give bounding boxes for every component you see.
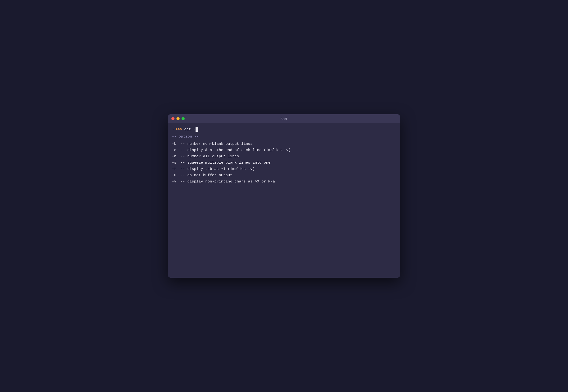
terminal-body[interactable]: ~ >>> cat - -- option -- -b -- number no… (168, 123, 400, 278)
option-description: -- display non-printing chars as ^X or M… (180, 179, 275, 184)
option-header: -- option -- (172, 134, 396, 140)
list-item: -t -- display tab as ^I (implies -v) (172, 166, 396, 172)
option-description: -- display $ at the end of each line (im… (180, 147, 291, 153)
option-flag: -n (172, 154, 180, 159)
option-flag: -v (172, 179, 180, 184)
command-text: cat - (184, 126, 195, 132)
titlebar: Shell (168, 114, 400, 123)
list-item: -n -- number all output lines (172, 154, 396, 159)
list-item: -b -- number non-blank output lines (172, 141, 396, 147)
list-item: -v -- display non-printing chars as ^X o… (172, 179, 396, 184)
option-description: -- number non-blank output lines (180, 141, 253, 147)
list-item: -s -- squeeze multiple blank lines into … (172, 160, 396, 166)
close-button[interactable] (171, 117, 175, 120)
option-description: -- number all output lines (180, 154, 239, 159)
window-title: Shell (281, 117, 288, 121)
list-item: -u -- do not buffer output (172, 172, 396, 178)
option-flag: -u (172, 172, 180, 178)
option-flag: -s (172, 160, 180, 166)
terminal-window: Shell ~ >>> cat - -- option -- -b -- num… (168, 114, 400, 278)
list-item: -e -- display $ at the end of each line … (172, 147, 396, 153)
chevrons-symbol: >>> (176, 126, 182, 132)
terminal-cursor (195, 127, 198, 132)
minimize-button[interactable] (177, 117, 180, 120)
option-flag: -b (172, 141, 180, 147)
maximize-button[interactable] (181, 117, 185, 120)
option-description: -- squeeze multiple blank lines into one (180, 160, 270, 166)
prompt-line: ~ >>> cat - (172, 126, 396, 132)
option-description: -- do not buffer output (180, 172, 232, 178)
option-description: -- display tab as ^I (implies -v) (180, 166, 255, 172)
tilde-symbol: ~ (172, 126, 174, 132)
option-flag: -e (172, 147, 180, 153)
traffic-lights (171, 117, 185, 120)
option-flag: -t (172, 166, 180, 172)
